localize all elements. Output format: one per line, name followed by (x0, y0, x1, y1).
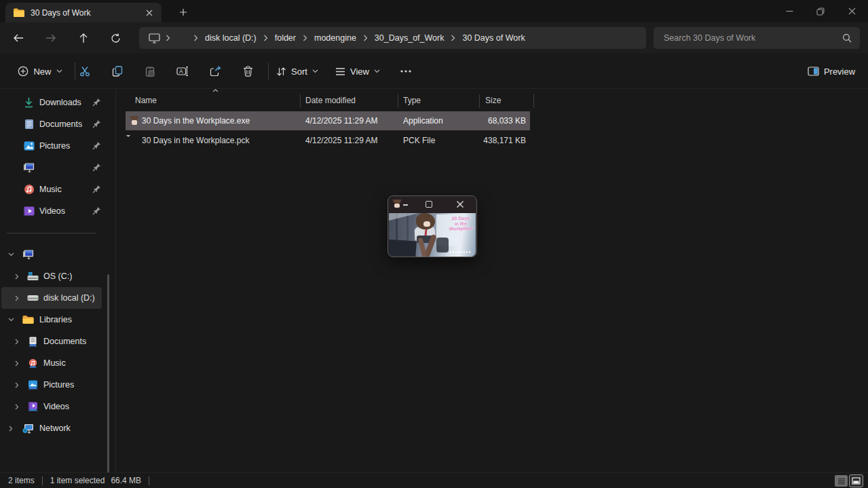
status-bar: 2 items 1 item selected 66.4 MB (0, 472, 868, 488)
game-window-titlebar[interactable] (388, 196, 476, 213)
selection-count: 1 item selected (50, 476, 105, 485)
sidebar-item-music[interactable]: Music (0, 179, 103, 200)
copy-button[interactable] (105, 59, 130, 83)
column-header-size[interactable]: Size (485, 96, 501, 105)
sidebar-item-lib-videos[interactable]: Videos (0, 396, 103, 417)
column-header-type[interactable]: Type (403, 96, 421, 105)
navigation-bar: disk local (D:) folder modengine 30_Days… (0, 22, 868, 54)
chevron-right-icon[interactable] (13, 337, 21, 345)
explorer-tab[interactable]: 30 Days of Work (5, 3, 162, 22)
breadcrumb-item-modengine[interactable]: modengine (310, 33, 360, 43)
breadcrumb-item-current[interactable]: 30 Days of Work (458, 33, 529, 43)
chevron-right-icon[interactable] (13, 359, 21, 367)
svg-text:A: A (179, 68, 183, 75)
cut-button[interactable] (73, 59, 97, 83)
sidebar-item-downloads[interactable]: Downloads (0, 92, 103, 113)
pin-icon (92, 185, 102, 194)
view-toggles (835, 475, 863, 487)
sidebar-item-disk-local-d[interactable]: disk local (D:) (1, 287, 102, 309)
sidebar-item-label: Downloads (39, 98, 81, 107)
status-divider (149, 476, 149, 485)
search-icon[interactable] (842, 33, 852, 43)
game-minimize-icon[interactable] (403, 204, 408, 206)
back-button[interactable] (7, 27, 30, 49)
sidebar-item-label: OS (C:) (43, 271, 72, 281)
sidebar-item-pictures[interactable]: Pictures (0, 135, 103, 157)
details-view-button[interactable] (835, 475, 848, 487)
chevron-down-icon[interactable] (7, 316, 15, 324)
sidebar-divider (7, 233, 96, 233)
column-header-date[interactable]: Date modified (305, 96, 356, 105)
exe-app-icon (129, 115, 140, 126)
breadcrumb-item-folder[interactable]: folder (271, 33, 300, 43)
paste-button[interactable] (138, 59, 162, 83)
sidebar-item-label: Music (39, 185, 62, 194)
sidebar-item-network[interactable]: Network (0, 417, 103, 439)
tab-title: 30 Days of Work (31, 8, 143, 18)
large-icons-view-button[interactable] (850, 475, 863, 487)
refresh-button[interactable] (104, 27, 127, 49)
sidebar-item-os-c[interactable]: OS (C:) (0, 265, 103, 287)
sidebar-item-label: Pictures (39, 141, 70, 151)
column-resizer[interactable] (300, 94, 301, 108)
forward-button[interactable] (39, 27, 62, 49)
breadcrumb-item-drive[interactable]: disk local (D:) (201, 33, 261, 43)
breadcrumb-item-30-days-underscore[interactable]: 30_Days_of_Work (371, 33, 449, 43)
column-header-name[interactable]: Name (135, 96, 157, 105)
sidebar-item-lib-documents[interactable]: Documents (0, 331, 103, 352)
sort-button[interactable]: Sort (273, 59, 322, 83)
sidebar-item-libraries[interactable]: Libraries (0, 309, 103, 331)
up-button[interactable] (72, 27, 95, 49)
game-close-icon[interactable] (456, 200, 464, 208)
more-options-button[interactable] (394, 59, 418, 83)
chevron-right-icon[interactable] (13, 381, 21, 389)
new-button[interactable]: New (11, 59, 69, 83)
tab-close-icon[interactable] (143, 6, 156, 20)
game-window[interactable]: 30 Days in the Workplace (388, 195, 477, 257)
search-input[interactable]: Search 30 Days of Work (654, 27, 860, 49)
game-splash-image: 30 Days in the Workplace (389, 213, 476, 257)
column-resizer[interactable] (533, 94, 534, 108)
toolbar-separator (268, 62, 269, 80)
file-row-exe[interactable]: 30 Days in the Workplace.exe 4/12/2025 1… (126, 111, 530, 130)
computer-icon (23, 162, 35, 174)
file-list: Name Date modified Type Size 30 Days in … (116, 89, 868, 472)
selection-size: 66.4 MB (111, 476, 141, 485)
sidebar-scrollbar[interactable] (107, 274, 109, 488)
chevron-right-icon[interactable] (13, 402, 21, 411)
sidebar-item-label: Documents (39, 119, 82, 129)
chevron-right-icon (261, 35, 271, 41)
sidebar-item-this-pc-pinned[interactable] (0, 157, 103, 179)
chevron-right-icon[interactable] (13, 272, 21, 280)
delete-button[interactable] (235, 59, 260, 83)
column-resizer[interactable] (398, 94, 398, 108)
file-type: PCK File (403, 136, 435, 145)
chevron-down-icon[interactable] (7, 250, 15, 259)
share-button[interactable] (203, 59, 227, 83)
game-maximize-icon[interactable] (426, 201, 432, 208)
new-tab-button[interactable] (175, 5, 191, 20)
sidebar-item-label: Pictures (43, 380, 74, 390)
sidebar-item-documents[interactable]: Documents (0, 113, 103, 135)
window-minimize-button[interactable] (774, 0, 805, 22)
file-icon (129, 135, 140, 146)
chevron-right-icon[interactable] (13, 294, 21, 302)
sidebar-item-lib-pictures[interactable]: Pictures (0, 374, 103, 396)
pin-icon (92, 163, 102, 172)
window-restore-button[interactable] (805, 0, 836, 22)
preview-button[interactable]: Preview (802, 59, 861, 83)
rename-button[interactable]: A (170, 59, 195, 83)
sidebar-item-lib-music[interactable]: Music (0, 352, 103, 374)
this-pc-icon[interactable] (146, 33, 163, 43)
chevron-right-icon (191, 35, 201, 41)
window-close-button[interactable] (836, 0, 867, 22)
documents-icon (23, 119, 35, 130)
music-icon (23, 184, 35, 195)
file-row-pck[interactable]: 30 Days in the Workplace.pck 4/12/2025 1… (126, 131, 530, 150)
sidebar-item-videos[interactable]: Videos (0, 200, 103, 222)
chevron-right-icon[interactable] (7, 424, 15, 432)
sidebar-item-this-pc[interactable] (0, 244, 103, 265)
pin-icon (92, 141, 102, 151)
column-resizer[interactable] (479, 94, 480, 108)
view-button[interactable]: View (333, 59, 383, 83)
